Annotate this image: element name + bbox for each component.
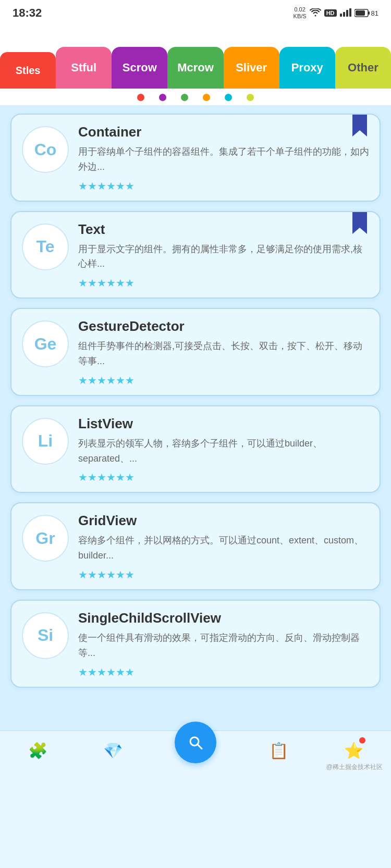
tab-proxy[interactable]: Proxy <box>279 47 335 89</box>
dot-4[interactable] <box>225 94 232 101</box>
card-icon-listview: Li <box>22 418 69 465</box>
card-stars-listview: ★★★★★★ <box>78 471 369 483</box>
tab-bar: Stles Stful Scrow Mcrow Sliver Proxy Oth… <box>0 26 391 89</box>
card-stars-container: ★★★★★★ <box>78 180 369 192</box>
card-gesturedetector[interactable]: Ge GestureDetector 组件手势事件的检测器,可接受点击、长按、双… <box>10 308 381 396</box>
tab-sliver[interactable]: Sliver <box>224 47 279 89</box>
card-title-gridview: GridView <box>78 513 369 529</box>
svg-rect-1 <box>343 12 345 17</box>
card-icon-gesture: Ge <box>22 320 69 367</box>
card-stars-gesture: ★★★★★★ <box>78 374 369 387</box>
diamond-icon: 💎 <box>100 737 126 763</box>
card-title-container: Container <box>78 124 369 140</box>
card-stars-gridview: ★★★★★★ <box>78 568 369 581</box>
tab-stles[interactable]: Stles <box>0 52 56 89</box>
main-content: Co Container 用于容纳单个子组件的容器组件。集成了若干个单子组件的功… <box>0 105 391 730</box>
bottom-nav: 🧩 💎 📋 ⭐ @稀土掘金技术社区 <box>0 730 391 774</box>
status-bar: 18:32 0.02 KB/S HD <box>0 0 391 26</box>
card-stars-singlechild: ★★★★★★ <box>78 666 369 678</box>
card-desc-singlechild: 使一个组件具有滑动的效果，可指定滑动的方向、反向、滑动控制器等... <box>78 630 369 661</box>
card-desc-gridview: 容纳多个组件，并以网格的方式。可以通过count、extent、custom、b… <box>78 533 369 563</box>
card-desc-text: 用于显示文字的组件。拥有的属性非常多，足够满足你的使用需求,核心样... <box>78 242 369 272</box>
card-title-singlechild: SingleChildScrollView <box>78 610 369 626</box>
card-singlechildscrollview[interactable]: Si SingleChildScrollView 使一个组件具有滑动的效果，可指… <box>10 600 381 688</box>
nav-fab[interactable] <box>175 737 216 763</box>
svg-line-8 <box>198 745 202 749</box>
fab-search-button[interactable] <box>175 722 216 763</box>
bookmark-container <box>352 115 367 137</box>
svg-rect-0 <box>340 14 342 17</box>
card-body-listview: ListView 列表显示的领军人物，容纳多个子组件，可以通过builder、s… <box>78 416 369 484</box>
card-body-container: Container 用于容纳单个子组件的容器组件。集成了若干个单子组件的功能，如… <box>78 124 369 192</box>
card-text[interactable]: Te Text 用于显示文字的组件。拥有的属性非常多，足够满足你的使用需求,核心… <box>10 211 381 299</box>
battery-icon: 81 <box>355 9 378 17</box>
svg-rect-5 <box>368 11 370 15</box>
svg-rect-3 <box>349 8 351 17</box>
status-time: 18:32 <box>13 6 42 20</box>
dot-0[interactable] <box>137 94 144 101</box>
wifi-icon <box>310 8 321 18</box>
card-desc-container: 用于容纳单个子组件的容器组件。集成了若干个单子组件的功能，如内外边... <box>78 144 369 175</box>
card-icon-container: Co <box>22 126 69 173</box>
card-icon-singlechild: Si <box>22 612 69 659</box>
signal-icon <box>340 8 351 18</box>
card-body-text: Text 用于显示文字的组件。拥有的属性非常多，足够满足你的使用需求,核心样..… <box>78 221 369 290</box>
card-listview[interactable]: Li ListView 列表显示的领军人物，容纳多个子组件，可以通过builde… <box>10 405 381 493</box>
card-title-text: Text <box>78 221 369 238</box>
bookmark-text <box>352 212 367 234</box>
nav-copy[interactable]: 📋 <box>265 737 291 763</box>
card-title-gesture: GestureDetector <box>78 318 369 334</box>
dot-2[interactable] <box>181 94 188 101</box>
card-body-singlechild: SingleChildScrollView 使一个组件具有滑动的效果，可指定滑动… <box>78 610 369 678</box>
dot-3[interactable] <box>203 94 210 101</box>
card-desc-gesture: 组件手势事件的检测器,可接受点击、长按、双击，按下、松开、移动等事... <box>78 339 369 369</box>
dot-1[interactable] <box>159 94 166 101</box>
dot-bar <box>0 89 391 105</box>
tab-mcrow[interactable]: Mcrow <box>167 47 223 89</box>
nav-star[interactable]: ⭐ <box>340 737 366 763</box>
tab-other[interactable]: Other <box>335 47 391 89</box>
card-body-gridview: GridView 容纳多个组件，并以网格的方式。可以通过count、extent… <box>78 513 369 581</box>
svg-rect-6 <box>356 10 365 16</box>
card-icon-text: Te <box>22 224 69 270</box>
network-speed: 0.02 KB/S <box>294 6 307 20</box>
notification-dot <box>359 737 365 743</box>
dot-5[interactable] <box>247 94 254 101</box>
tab-scrow[interactable]: Scrow <box>112 47 167 89</box>
card-icon-gridview: Gr <box>22 515 69 562</box>
puzzle-icon: 🧩 <box>25 737 51 763</box>
svg-rect-2 <box>346 10 348 17</box>
copy-icon: 📋 <box>265 737 291 763</box>
card-body-gesture: GestureDetector 组件手势事件的检测器,可接受点击、长按、双击，按… <box>78 318 369 387</box>
watermark: @稀土掘金技术社区 <box>326 763 383 772</box>
status-icons: 0.02 KB/S HD <box>294 6 378 20</box>
card-gridview[interactable]: Gr GridView 容纳多个组件，并以网格的方式。可以通过count、ext… <box>10 502 381 590</box>
card-title-listview: ListView <box>78 416 369 432</box>
tab-stful[interactable]: Stful <box>56 47 112 89</box>
hd-badge: HD <box>324 9 337 17</box>
card-desc-listview: 列表显示的领军人物，容纳多个子组件，可以通过builder、separated、… <box>78 436 369 466</box>
nav-puzzle[interactable]: 🧩 <box>25 737 51 763</box>
card-container[interactable]: Co Container 用于容纳单个子组件的容器组件。集成了若干个单子组件的功… <box>10 114 381 202</box>
card-stars-text: ★★★★★★ <box>78 277 369 289</box>
nav-diamond[interactable]: 💎 <box>100 737 126 763</box>
